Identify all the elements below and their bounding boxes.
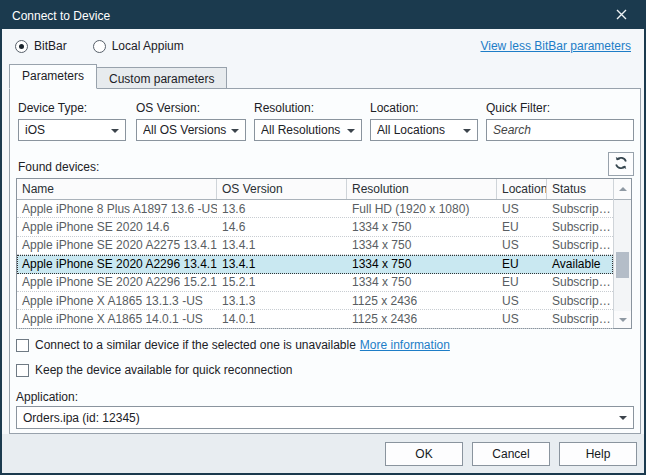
- os-version-value: All OS Versions: [143, 123, 227, 137]
- cell-name: Apple iPhone SE 2020 A2296 15.2.1: [17, 275, 217, 289]
- tab-parameters[interactable]: Parameters: [9, 64, 97, 89]
- scroll-up-icon: [619, 187, 627, 191]
- cell-os-version: 14.6: [217, 220, 347, 234]
- cell-location: US: [497, 238, 547, 252]
- cell-os-version: 13.1.3: [217, 294, 347, 308]
- cell-location: US: [497, 312, 547, 326]
- table-body: Apple iPhone 8 Plus A1897 13.6 -US 13.6 …: [17, 200, 613, 329]
- table-row[interactable]: Apple iPhone X A1865 14.0.1 -US 14.0.1 1…: [17, 310, 613, 328]
- cell-resolution: 1125 x 2436: [347, 312, 497, 326]
- help-button[interactable]: Help: [559, 442, 637, 466]
- chevron-down-icon: [619, 416, 627, 420]
- similar-device-option: Connect to a similar device if the selec…: [16, 338, 450, 352]
- cell-resolution: 1334 x 750: [347, 238, 497, 252]
- search-input[interactable]: [487, 123, 646, 137]
- cell-status: Subscrip…: [547, 238, 613, 252]
- column-header-os-version[interactable]: OS Version: [217, 179, 347, 199]
- cell-status: Subscrip…: [547, 220, 613, 234]
- cell-status: Subscrip…: [547, 294, 613, 308]
- cell-location: US: [497, 202, 547, 216]
- ok-button[interactable]: OK: [385, 442, 463, 466]
- cell-name: Apple iPhone 8 Plus A1897 13.6 -US: [17, 202, 217, 216]
- cell-resolution: Full HD (1920 x 1080): [347, 202, 497, 216]
- scrollbar-thumb[interactable]: [616, 252, 629, 278]
- resolution-label: Resolution:: [254, 101, 314, 115]
- refresh-icon: [614, 156, 628, 173]
- keep-device-label: Keep the device available for quick reco…: [35, 363, 293, 377]
- cell-status: Subscrip…: [547, 312, 613, 326]
- radio-icon: [15, 40, 28, 53]
- radio-bitbar-label: BitBar: [34, 39, 67, 53]
- keep-device-option: Keep the device available for quick reco…: [16, 363, 293, 377]
- view-less-parameters-link[interactable]: View less BitBar parameters: [480, 39, 631, 53]
- similar-device-label: Connect to a similar device if the selec…: [35, 338, 356, 352]
- chevron-down-icon: [111, 129, 119, 133]
- cell-resolution: 1334 x 750: [347, 275, 497, 289]
- cell-name: Apple iPhone X A1865 14.0.1 -US: [17, 312, 217, 326]
- cell-status: Subscrip…: [547, 275, 613, 289]
- chevron-down-icon: [463, 129, 471, 133]
- keep-device-checkbox[interactable]: [16, 364, 29, 377]
- more-information-link[interactable]: More information: [360, 338, 450, 352]
- provider-row: BitBar Local Appium View less BitBar par…: [2, 29, 644, 63]
- cell-name: Apple iPhone X A1865 13.1.3 -US: [17, 294, 217, 308]
- location-dropdown[interactable]: All Locations: [370, 119, 478, 141]
- cell-resolution: 1125 x 2436: [347, 294, 497, 308]
- cell-os-version: 13.4.1: [217, 238, 347, 252]
- cell-location: EU: [497, 275, 547, 289]
- table-row[interactable]: Apple iPhone SE 2020 14.6 14.6 1334 x 75…: [17, 218, 613, 236]
- cell-os-version: 13.6: [217, 202, 347, 216]
- scroll-up-button[interactable]: [614, 179, 631, 200]
- application-label: Application:: [16, 390, 78, 404]
- close-icon: [616, 9, 627, 23]
- table-header: Name OS Version Resolution Location Stat…: [17, 179, 613, 200]
- table-row[interactable]: Apple iPhone SE 2020 A2275 13.4.1 -US 13…: [17, 237, 613, 255]
- cell-resolution: 1334 x 750: [347, 220, 497, 234]
- found-devices-label: Found devices:: [18, 160, 99, 174]
- table-row[interactable]: Apple iPhone 8 Plus A1897 13.6 -US 13.6 …: [17, 200, 613, 218]
- cell-location: US: [497, 294, 547, 308]
- table-row[interactable]: Apple iPhone SE 2020 A2296 15.2.1 15.2.1…: [17, 274, 613, 292]
- os-version-label: OS Version:: [136, 101, 200, 115]
- application-dropdown[interactable]: Orders.ipa (id: 12345): [16, 406, 634, 429]
- similar-device-checkbox[interactable]: [16, 339, 29, 352]
- radio-icon: [93, 40, 106, 53]
- column-header-location[interactable]: Location: [497, 179, 547, 199]
- table-row[interactable]: Apple iPhone SE 2020 A2296 13.4.1 13.4.1…: [17, 255, 613, 273]
- cell-location: EU: [497, 220, 547, 234]
- cell-os-version: 14.0.1: [217, 312, 347, 326]
- radio-local-appium[interactable]: Local Appium: [93, 39, 184, 53]
- quick-filter-label: Quick Filter:: [486, 101, 550, 115]
- resolution-dropdown[interactable]: All Resolutions: [254, 119, 362, 141]
- close-button[interactable]: [608, 5, 634, 27]
- cell-os-version: 15.2.1: [217, 275, 347, 289]
- connect-to-device-dialog: Connect to Device BitBar Local Appium Vi…: [0, 0, 646, 475]
- location-value: All Locations: [377, 123, 459, 137]
- tab-strip: Parameters Custom parameters: [9, 64, 227, 89]
- refresh-button[interactable]: [608, 152, 634, 176]
- cell-location: EU: [497, 257, 547, 271]
- cell-status: Available: [547, 257, 613, 271]
- column-header-resolution[interactable]: Resolution: [347, 179, 497, 199]
- device-type-dropdown[interactable]: iOS: [18, 119, 126, 141]
- cancel-button[interactable]: Cancel: [472, 442, 550, 466]
- radio-bitbar[interactable]: BitBar: [15, 39, 67, 53]
- radio-local-appium-label: Local Appium: [112, 39, 184, 53]
- cell-name: Apple iPhone SE 2020 A2275 13.4.1 -US: [17, 238, 217, 252]
- title-bar: Connect to Device: [2, 2, 644, 29]
- table-scrollbar[interactable]: [613, 179, 631, 328]
- os-version-dropdown[interactable]: All OS Versions: [136, 119, 246, 141]
- scroll-down-button[interactable]: [614, 311, 631, 328]
- table-row[interactable]: Apple iPhone X A1865 13.1.3 -US 13.1.3 1…: [17, 292, 613, 310]
- chevron-down-icon: [347, 129, 355, 133]
- chevron-down-icon: [231, 129, 239, 133]
- column-header-name[interactable]: Name: [17, 179, 217, 199]
- tab-custom-parameters[interactable]: Custom parameters: [97, 67, 227, 89]
- application-value: Orders.ipa (id: 12345): [23, 411, 140, 425]
- resolution-value: All Resolutions: [261, 123, 343, 137]
- quick-filter-box: [486, 119, 634, 141]
- column-header-status[interactable]: Status: [547, 179, 613, 199]
- cell-resolution: 1334 x 750: [347, 257, 497, 271]
- device-type-value: iOS: [25, 123, 107, 137]
- scrollbar-track[interactable]: [614, 200, 631, 311]
